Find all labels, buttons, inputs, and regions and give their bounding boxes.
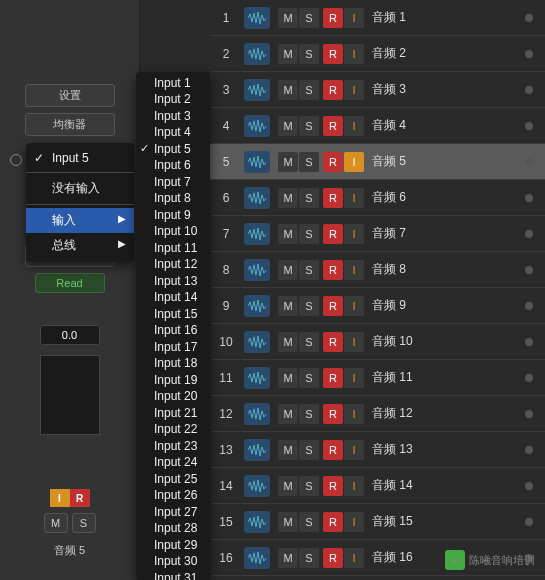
track-row[interactable]: 9MSRI音频 9 xyxy=(210,288,545,324)
track-row[interactable]: 6MSRI音频 6 xyxy=(210,180,545,216)
mute-button[interactable]: M xyxy=(278,152,298,172)
track-row[interactable]: 2MSRI音频 2 xyxy=(210,36,545,72)
track-row[interactable]: 14MSRI音频 14 xyxy=(210,468,545,504)
input-monitor-button[interactable]: I xyxy=(344,188,364,208)
waveform-icon[interactable] xyxy=(244,79,270,101)
record-button[interactable]: R xyxy=(323,440,343,460)
mute-button[interactable]: M xyxy=(278,440,298,460)
input-menu-item[interactable]: Input 12 xyxy=(136,257,210,274)
input-menu-item[interactable]: Input 6 xyxy=(136,158,210,175)
waveform-icon[interactable] xyxy=(244,151,270,173)
input-menu-item[interactable]: Input 4 xyxy=(136,125,210,142)
input-menu-item[interactable]: Input 20 xyxy=(136,389,210,406)
solo-button[interactable]: S xyxy=(299,44,319,64)
solo-button[interactable]: S xyxy=(299,224,319,244)
menu-item-input-submenu[interactable]: 输入 ▶ xyxy=(26,208,134,233)
mute-button[interactable]: M xyxy=(278,116,298,136)
record-button[interactable]: R xyxy=(323,512,343,532)
input-monitor-button[interactable]: I xyxy=(344,332,364,352)
input-menu-item[interactable]: Input 23 xyxy=(136,438,210,455)
input-monitor-button[interactable]: I xyxy=(344,440,364,460)
solo-button[interactable]: S xyxy=(299,152,319,172)
input-monitor-button[interactable]: I xyxy=(344,548,364,568)
record-button[interactable]: R xyxy=(323,224,343,244)
record-button[interactable]: R xyxy=(323,476,343,496)
waveform-icon[interactable] xyxy=(244,331,270,353)
waveform-icon[interactable] xyxy=(244,475,270,497)
solo-button[interactable]: S xyxy=(299,548,319,568)
track-row[interactable]: 8MSRI音频 8 xyxy=(210,252,545,288)
mute-button[interactable]: M xyxy=(278,44,298,64)
track-row[interactable]: 3MSRI音频 3 xyxy=(210,72,545,108)
input-menu-item[interactable]: Input 14 xyxy=(136,290,210,307)
input-menu-item[interactable]: Input 8 xyxy=(136,191,210,208)
input-monitor-button[interactable]: I xyxy=(344,152,364,172)
track-row[interactable]: 11MSRI音频 11 xyxy=(210,360,545,396)
input-menu-item[interactable]: Input 11 xyxy=(136,240,210,257)
mute-button[interactable]: M xyxy=(278,80,298,100)
solo-button[interactable]: S xyxy=(299,80,319,100)
input-monitor-button[interactable]: I xyxy=(344,368,364,388)
mute-button[interactable]: M xyxy=(278,8,298,28)
input-monitor-button[interactable]: I xyxy=(344,8,364,28)
waveform-icon[interactable] xyxy=(244,439,270,461)
track-row[interactable]: 7MSRI音频 7 xyxy=(210,216,545,252)
track-row[interactable]: 15MSRI音频 15 xyxy=(210,504,545,540)
solo-button[interactable]: S xyxy=(299,8,319,28)
input-monitor-button[interactable]: I xyxy=(344,80,364,100)
mute-button[interactable]: M xyxy=(278,188,298,208)
input-menu-item[interactable]: Input 2 xyxy=(136,92,210,109)
solo-button[interactable]: S xyxy=(299,332,319,352)
input-monitor-button[interactable]: I xyxy=(344,404,364,424)
input-menu-item[interactable]: Input 29 xyxy=(136,537,210,554)
record-button[interactable]: R xyxy=(323,296,343,316)
solo-button[interactable]: S xyxy=(299,512,319,532)
eq-button[interactable]: 均衡器 xyxy=(25,113,115,136)
waveform-icon[interactable] xyxy=(244,403,270,425)
input-menu-item[interactable]: Input 21 xyxy=(136,405,210,422)
input-menu-item[interactable]: Input 27 xyxy=(136,504,210,521)
record-enable-r-button[interactable]: R xyxy=(70,489,90,507)
mute-button[interactable]: M xyxy=(278,260,298,280)
mute-button[interactable]: M xyxy=(278,332,298,352)
record-button[interactable]: R xyxy=(323,332,343,352)
solo-button[interactable]: S xyxy=(299,440,319,460)
input-menu-item[interactable]: Input 1 xyxy=(136,75,210,92)
input-menu-item[interactable]: Input 22 xyxy=(136,422,210,439)
record-button[interactable]: R xyxy=(323,548,343,568)
automation-read-button[interactable]: Read xyxy=(35,273,105,293)
record-button[interactable]: R xyxy=(323,152,343,172)
input-monitor-button[interactable]: I xyxy=(344,44,364,64)
input-monitor-button[interactable]: I xyxy=(344,296,364,316)
input-menu-item[interactable]: Input 16 xyxy=(136,323,210,340)
input-monitor-button[interactable]: I xyxy=(344,116,364,136)
record-button[interactable]: R xyxy=(323,404,343,424)
input-menu-item[interactable]: Input 7 xyxy=(136,174,210,191)
input-menu-item[interactable]: Input 3 xyxy=(136,108,210,125)
mute-button[interactable]: M xyxy=(278,404,298,424)
mute-button[interactable]: M xyxy=(278,476,298,496)
menu-item-current-input[interactable]: ✓ Input 5 xyxy=(26,147,134,169)
record-button[interactable]: R xyxy=(323,368,343,388)
track-row[interactable]: 1MSRI音频 1 xyxy=(210,0,545,36)
track-row[interactable]: 13MSRI音频 13 xyxy=(210,432,545,468)
input-menu-item[interactable]: ✓Input 5 xyxy=(136,141,210,158)
input-menu-item[interactable]: Input 25 xyxy=(136,471,210,488)
solo-button[interactable]: S xyxy=(299,368,319,388)
track-row[interactable]: 10MSRI音频 10 xyxy=(210,324,545,360)
waveform-icon[interactable] xyxy=(244,7,270,29)
io-slot-icon[interactable] xyxy=(10,154,22,166)
waveform-icon[interactable] xyxy=(244,511,270,533)
record-button[interactable]: R xyxy=(323,188,343,208)
menu-item-bus-submenu[interactable]: 总线 ▶ xyxy=(26,233,134,258)
solo-button[interactable]: S xyxy=(299,476,319,496)
solo-button[interactable]: S xyxy=(299,188,319,208)
mute-button[interactable]: M xyxy=(278,296,298,316)
waveform-icon[interactable] xyxy=(244,367,270,389)
solo-button[interactable]: S xyxy=(299,116,319,136)
input-monitor-button[interactable]: I xyxy=(344,224,364,244)
solo-button[interactable]: S xyxy=(299,260,319,280)
input-menu-item[interactable]: Input 28 xyxy=(136,521,210,538)
input-monitor-button[interactable]: I xyxy=(344,476,364,496)
solo-button[interactable]: S xyxy=(72,513,96,533)
